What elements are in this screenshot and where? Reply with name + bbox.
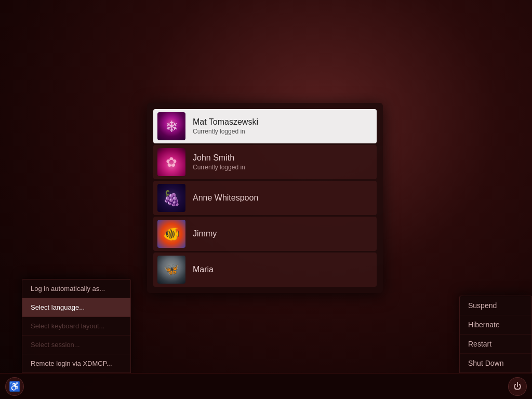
power-popup: SuspendHibernateRestartShut Down	[459, 296, 532, 373]
login-options-popup: Log in automatically as...Select languag…	[22, 279, 131, 373]
user-info-maria: Maria	[193, 265, 214, 274]
user-item-john[interactable]: John SmithCurrently logged in	[153, 145, 377, 179]
user-name-anne: Anne Whitespoon	[193, 193, 258, 203]
avatar-john	[157, 148, 185, 176]
login-option-select-keyboard-layout-: Select keyboard layout...	[22, 317, 130, 336]
accessibility-icon[interactable]: ♿	[5, 377, 24, 396]
user-item-mat[interactable]: Mat TomaszewskiCurrently logged in	[153, 109, 377, 143]
bottom-bar: ♿ ⏻	[0, 373, 532, 399]
user-panel: Mat TomaszewskiCurrently logged inJohn S…	[147, 103, 383, 293]
bottom-left-section: ♿	[5, 377, 28, 396]
login-option-select-session-: Select session...	[22, 336, 130, 354]
avatar-mat	[157, 112, 185, 140]
avatar-jimmy	[157, 220, 185, 248]
user-name-mat: Mat Tomaszewski	[193, 117, 258, 127]
user-name-jimmy: Jimmy	[193, 229, 217, 238]
user-status-john: Currently logged in	[193, 164, 245, 171]
avatar-anne	[157, 184, 185, 212]
power-option-hibernate[interactable]: Hibernate	[460, 315, 531, 335]
user-item-anne[interactable]: Anne Whitespoon	[153, 181, 377, 215]
user-item-jimmy[interactable]: Jimmy	[153, 217, 377, 251]
login-option-log-in-automatically-as-[interactable]: Log in automatically as...	[22, 280, 130, 298]
login-option-remote-login-via-xdmcp-[interactable]: Remote login via XDMCP...	[22, 354, 130, 373]
power-option-suspend[interactable]: Suspend	[460, 296, 531, 315]
user-info-jimmy: Jimmy	[193, 229, 217, 238]
login-option-select-language-[interactable]: Select language...	[22, 298, 130, 317]
power-option-restart[interactable]: Restart	[460, 335, 531, 354]
user-name-john: John Smith	[193, 153, 245, 163]
avatar-maria	[157, 256, 185, 284]
power-option-shut-down[interactable]: Shut Down	[460, 354, 531, 373]
user-name-maria: Maria	[193, 265, 214, 274]
user-status-mat: Currently logged in	[193, 128, 258, 135]
user-info-anne: Anne Whitespoon	[193, 193, 258, 203]
user-info-john: John SmithCurrently logged in	[193, 153, 245, 171]
power-button[interactable]: ⏻	[508, 377, 527, 396]
user-item-maria[interactable]: Maria	[153, 252, 377, 287]
user-info-mat: Mat TomaszewskiCurrently logged in	[193, 117, 258, 135]
